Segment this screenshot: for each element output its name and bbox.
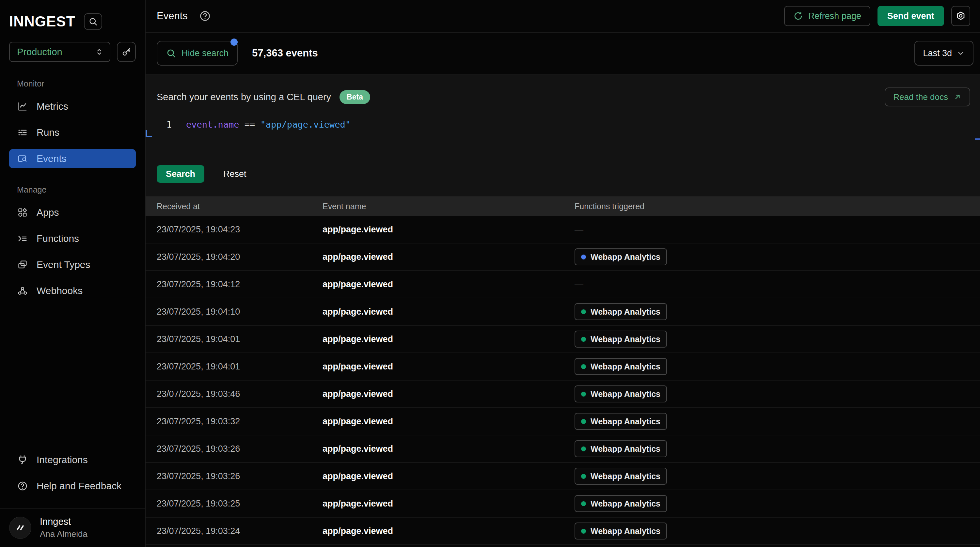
time-range-dropdown[interactable]: Last 3d — [915, 41, 974, 65]
cel-search-panel: Search your events by using a CEL query … — [146, 75, 980, 197]
table-row[interactable]: 23/07/2025, 19:03:23 app/page.viewed Web… — [146, 545, 980, 547]
refresh-icon — [793, 11, 803, 21]
inngest-logo: INNGEST — [9, 13, 75, 30]
table-row[interactable]: 23/07/2025, 19:04:01 app/page.viewed Web… — [146, 353, 980, 380]
sidebar-item-runs[interactable]: Runs — [9, 123, 136, 142]
sidebar-item-help-and-feedback[interactable]: Help and Feedback — [9, 477, 136, 495]
function-badge[interactable]: Webapp Analytics — [574, 303, 667, 320]
help-icon[interactable] — [199, 10, 211, 22]
function-status-dot — [581, 309, 586, 314]
sidebar-item-webhooks[interactable]: Webhooks — [9, 281, 136, 300]
arrow-up-right-icon — [953, 93, 962, 101]
table-row[interactable]: 23/07/2025, 19:03:32 app/page.viewed Web… — [146, 408, 980, 436]
sidebar-item-events[interactable]: Events — [9, 149, 136, 168]
cell-event-name: app/page.viewed — [323, 417, 574, 426]
cell-functions-triggered: Webapp Analytics — [574, 303, 980, 320]
cell-functions-triggered: — — [574, 224, 980, 235]
events-table: Received at Event name Functions trigger… — [146, 197, 980, 547]
read-the-docs-label: Read the docs — [893, 92, 948, 102]
settings-button[interactable] — [951, 6, 970, 26]
hide-search-button[interactable]: Hide search — [157, 41, 238, 65]
function-badge-label: Webapp Analytics — [590, 472, 660, 481]
cel-panel-actions: Search Reset — [157, 165, 970, 183]
sidebar: INNGEST Production Monitor Metrics — [0, 0, 146, 547]
table-row[interactable]: 23/07/2025, 19:04:12 app/page.viewed — — [146, 271, 980, 298]
cell-event-name: app/page.viewed — [323, 526, 574, 536]
table-row[interactable]: 23/07/2025, 19:03:46 app/page.viewed Web… — [146, 380, 980, 408]
no-functions-dash: — — [574, 224, 583, 234]
table-row[interactable]: 23/07/2025, 19:03:25 app/page.viewed Web… — [146, 490, 980, 518]
nav-section-monitor: Monitor — [17, 79, 136, 89]
hide-search-label: Hide search — [181, 48, 229, 59]
cell-event-name: app/page.viewed — [323, 499, 574, 509]
function-badge[interactable]: Webapp Analytics — [574, 468, 667, 485]
function-status-dot — [581, 364, 586, 369]
editor-edge-marker — [975, 138, 980, 140]
line-number: 1 — [157, 119, 172, 130]
table-row[interactable]: 23/07/2025, 19:04:20 app/page.viewed Web… — [146, 243, 980, 271]
table-row[interactable]: 23/07/2025, 19:03:26 app/page.viewed Web… — [146, 463, 980, 490]
global-search-button[interactable] — [84, 13, 102, 30]
function-badge-label: Webapp Analytics — [590, 390, 660, 399]
function-badge[interactable]: Webapp Analytics — [574, 495, 667, 512]
search-button[interactable]: Search — [157, 165, 204, 183]
table-row[interactable]: 23/07/2025, 19:03:24 app/page.viewed Web… — [146, 518, 980, 545]
events-count: 57,363 events — [252, 47, 318, 59]
environment-selector[interactable]: Production — [9, 42, 110, 62]
sidebar-item-metrics[interactable]: Metrics — [9, 97, 136, 116]
function-status-dot — [581, 501, 586, 506]
cell-functions-triggered: Webapp Analytics — [574, 331, 980, 348]
events-icon — [17, 153, 28, 164]
sidebar-item-apps[interactable]: Apps — [9, 203, 136, 222]
profile-user-name: Ana Almeida — [40, 529, 88, 539]
function-badge[interactable]: Webapp Analytics — [574, 413, 667, 430]
search-icon — [166, 48, 176, 59]
cell-event-name: app/page.viewed — [323, 389, 574, 399]
refresh-page-button[interactable]: Refresh page — [784, 6, 870, 26]
main-content: Events Refresh page Send event — [146, 0, 980, 547]
cell-received-at: 23/07/2025, 19:04:01 — [157, 362, 323, 372]
profile-menu[interactable]: Inngest Ana Almeida — [0, 508, 145, 547]
cell-functions-triggered: Webapp Analytics — [574, 495, 980, 512]
function-badge-label: Webapp Analytics — [590, 526, 660, 536]
cell-received-at: 23/07/2025, 19:03:25 — [157, 499, 323, 509]
events-table-header: Received at Event name Functions trigger… — [146, 197, 980, 216]
cel-query-editor[interactable]: 1 event.name == "app/page.viewed" — [157, 119, 970, 151]
cel-panel-header: Search your events by using a CEL query … — [157, 87, 970, 107]
environment-name: Production — [17, 47, 62, 57]
cell-event-name: app/page.viewed — [323, 362, 574, 372]
cell-functions-triggered: Webapp Analytics — [574, 385, 980, 402]
function-badge[interactable]: Webapp Analytics — [574, 248, 667, 266]
table-row[interactable]: 23/07/2025, 19:04:01 app/page.viewed Web… — [146, 326, 980, 353]
reset-button[interactable]: Reset — [223, 169, 247, 179]
table-row[interactable]: 23/07/2025, 19:04:23 app/page.viewed — — [146, 216, 980, 243]
cell-received-at: 23/07/2025, 19:04:20 — [157, 252, 323, 262]
table-row[interactable]: 23/07/2025, 19:03:26 app/page.viewed Web… — [146, 436, 980, 463]
send-event-button[interactable]: Send event — [878, 6, 944, 26]
sidebar-item-event-types[interactable]: Event Types — [9, 255, 136, 274]
table-row[interactable]: 23/07/2025, 19:04:10 app/page.viewed Web… — [146, 298, 980, 326]
cell-functions-triggered: Webapp Analytics — [574, 440, 980, 457]
column-header-functions-triggered: Functions triggered — [574, 202, 980, 211]
function-badge-label: Webapp Analytics — [590, 417, 660, 426]
chevrons-up-down-icon — [95, 47, 104, 56]
api-keys-button[interactable] — [117, 42, 136, 62]
function-badge[interactable]: Webapp Analytics — [574, 440, 667, 457]
sidebar-item-functions[interactable]: Functions — [9, 229, 136, 248]
function-badge-label: Webapp Analytics — [590, 362, 660, 371]
function-badge[interactable]: Webapp Analytics — [574, 523, 667, 539]
function-badge[interactable]: Webapp Analytics — [574, 331, 667, 348]
cell-functions-triggered: — — [574, 279, 980, 289]
cel-panel-title: Search your events by using a CEL query — [157, 92, 331, 102]
sidebar-item-integrations[interactable]: Integrations — [9, 450, 136, 469]
sidebar-item-label: Metrics — [37, 101, 68, 112]
nav-section-manage: Manage — [17, 185, 136, 194]
function-badge[interactable]: Webapp Analytics — [574, 358, 667, 375]
cel-query-line: event.name == "app/page.viewed" — [186, 119, 351, 130]
chevron-down-icon — [956, 49, 965, 57]
cell-functions-triggered: Webapp Analytics — [574, 413, 980, 430]
function-badge[interactable]: Webapp Analytics — [574, 385, 667, 402]
webhooks-icon — [17, 285, 28, 296]
cell-event-name: app/page.viewed — [323, 334, 574, 344]
read-the-docs-button[interactable]: Read the docs — [885, 87, 970, 107]
